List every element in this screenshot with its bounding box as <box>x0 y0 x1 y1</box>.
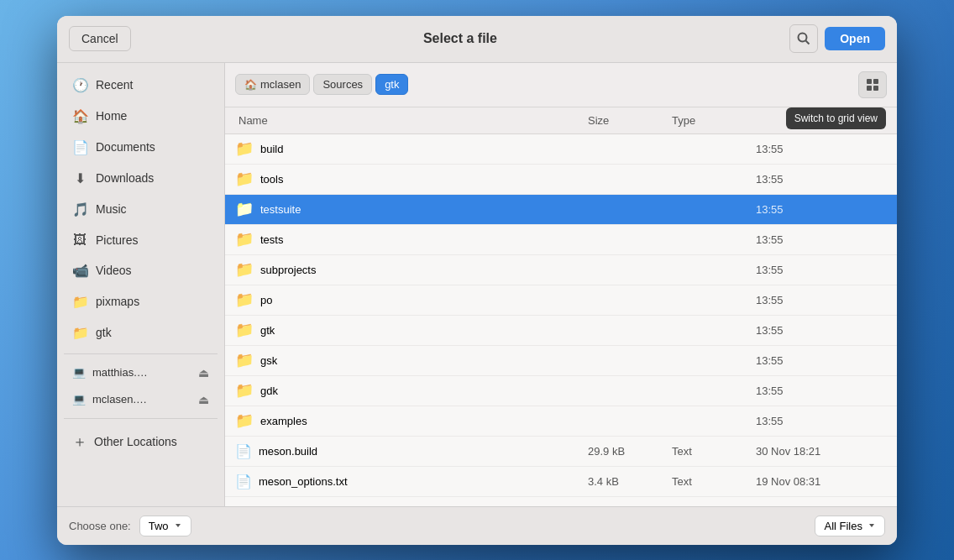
file-modified: 13:55 <box>752 354 887 367</box>
file-name-cell: 📁examples <box>235 411 584 430</box>
sidebar: 🕐 Recent 🏠 Home 📄 Documents ⬇ Downloads … <box>57 63 225 506</box>
folder-icon: 📁 <box>235 381 254 400</box>
drive-mclasen-label: mclasen.… <box>92 393 147 406</box>
gtk-icon: 📁 <box>72 325 87 341</box>
svg-rect-3 <box>873 79 878 84</box>
bottom-bar: Choose one: Two All Files <box>57 506 897 545</box>
choose-label: Choose one: <box>69 520 131 532</box>
dropdown-value: Two <box>149 520 169 532</box>
file-modified: 13:55 <box>752 203 887 216</box>
col-name: Name <box>235 111 584 130</box>
col-type: Type <box>668 111 752 130</box>
eject-matthias-icon[interactable]: ⏏ <box>198 366 209 379</box>
breadcrumb-mclasen-label: mclasen <box>260 78 301 91</box>
file-name-cell: 📄meson.build <box>235 443 584 459</box>
file-list: 📁build13:55📁tools13:55📁testsuite13:55📁te… <box>225 134 897 506</box>
file-name-cell: 📁gdk <box>235 381 584 400</box>
sidebar-item-recent[interactable]: 🕐 Recent <box>60 71 221 100</box>
sidebar-drive-mclasen[interactable]: 💻 mclasen.… ⏏ <box>60 387 221 412</box>
breadcrumb-sources[interactable]: Sources <box>313 74 372 95</box>
file-modified: 13:55 <box>752 294 887 306</box>
downloads-icon: ⬇ <box>72 170 87 186</box>
file-icon: 📄 <box>235 474 252 489</box>
other-locations-icon: ＋ <box>72 432 87 452</box>
table-row[interactable]: 📁gsk13:55 <box>225 346 897 376</box>
table-row[interactable]: 📁tests13:55 <box>225 225 897 255</box>
file-name-cell: 📁tools <box>235 170 584 188</box>
table-row[interactable]: 📁gdk13:55 <box>225 376 897 406</box>
sidebar-item-gtk[interactable]: 📁 gtk <box>60 318 221 348</box>
svg-rect-2 <box>867 79 872 84</box>
table-row[interactable]: 📁testsuite13:55 <box>225 195 897 225</box>
documents-icon: 📄 <box>72 139 87 155</box>
sidebar-label-gtk: gtk <box>96 326 112 339</box>
recent-icon: 🕐 <box>72 77 87 93</box>
file-name: gsk <box>260 354 277 367</box>
file-name: meson.build <box>259 445 317 458</box>
table-row[interactable]: 📁build13:55 <box>225 134 897 165</box>
cancel-button[interactable]: Cancel <box>69 26 131 51</box>
folder-icon: 📁 <box>235 200 254 218</box>
filter-dropdown[interactable]: All Files <box>815 516 885 536</box>
sidebar-divider-2 <box>64 418 218 419</box>
table-row[interactable]: 📄meson_options.txt3.4 kBText19 Nov 08:31 <box>225 467 897 497</box>
column-headers: Name Size Type <box>225 107 897 134</box>
folder-icon: 📁 <box>235 321 254 339</box>
music-icon: 🎵 <box>72 201 87 217</box>
open-button[interactable]: Open <box>825 27 885 50</box>
titlebar-actions: Open <box>789 24 885 53</box>
table-row[interactable]: 📁gtk13:55 <box>225 316 897 346</box>
file-modified: 13:55 <box>752 264 887 276</box>
other-locations-item[interactable]: ＋ Other Locations <box>60 425 221 458</box>
file-size: 29.9 kB <box>584 445 668 458</box>
folder-icon: 📁 <box>235 351 254 369</box>
sidebar-label-recent: Recent <box>96 78 133 92</box>
folder-icon: 📁 <box>235 139 254 158</box>
eject-mclasen-icon[interactable]: ⏏ <box>198 393 209 406</box>
sidebar-item-home[interactable]: 🏠 Home <box>60 102 221 131</box>
sidebar-item-documents[interactable]: 📄 Documents <box>60 133 221 162</box>
sidebar-item-downloads[interactable]: ⬇ Downloads <box>60 164 221 193</box>
sidebar-label-home: Home <box>96 109 127 123</box>
sidebar-item-music[interactable]: 🎵 Music <box>60 195 221 224</box>
file-name-cell: 📁gsk <box>235 351 584 369</box>
filter-value: All Files <box>824 520 862 532</box>
file-name-cell: 📁gtk <box>235 321 584 339</box>
file-area: 🏠 mclasen Sources gtk Switch to <box>225 63 897 506</box>
folder-icon: 📁 <box>235 411 254 430</box>
home-breadcrumb-icon: 🏠 <box>244 79 257 91</box>
sidebar-item-pictures[interactable]: 🖼 Pictures <box>60 226 221 254</box>
sidebar-item-videos[interactable]: 📹 Videos <box>60 256 221 285</box>
grid-view-button[interactable]: Switch to grid view <box>858 71 887 98</box>
breadcrumb-gtk-label: gtk <box>385 78 399 91</box>
table-row[interactable]: 📁subprojects13:55 <box>225 255 897 285</box>
choose-dropdown[interactable]: Two <box>139 516 191 536</box>
folder-icon: 📁 <box>235 260 254 279</box>
file-modified: 19 Nov 08:31 <box>752 475 887 488</box>
table-row[interactable]: 📁tools13:55 <box>225 165 897 195</box>
svg-point-0 <box>799 34 807 42</box>
dialog-title: Select a file <box>423 31 497 46</box>
breadcrumb-gtk[interactable]: gtk <box>375 74 408 95</box>
file-name: gtk <box>260 324 275 337</box>
file-type: Text <box>668 445 752 458</box>
table-row[interactable]: 📁examples13:55 <box>225 406 897 437</box>
sidebar-label-pixmaps: pixmaps <box>96 295 139 308</box>
search-button[interactable] <box>789 24 818 53</box>
file-size: 3.4 kB <box>584 475 668 488</box>
file-name-cell: 📁build <box>235 139 584 158</box>
file-name: gdk <box>260 385 278 397</box>
titlebar: Cancel Select a file Open <box>57 16 897 63</box>
sidebar-label-downloads: Downloads <box>96 171 154 185</box>
table-row[interactable]: 📄meson.build29.9 kBText30 Nov 18:21 <box>225 437 897 467</box>
table-row[interactable]: 📁po13:55 <box>225 285 897 316</box>
file-name: tests <box>260 233 283 246</box>
breadcrumb-mclasen[interactable]: 🏠 mclasen <box>235 74 310 95</box>
file-name: examples <box>260 415 307 427</box>
breadcrumb-sources-label: Sources <box>322 78 363 91</box>
sidebar-item-pixmaps[interactable]: 📁 pixmaps <box>60 287 221 317</box>
other-locations-label: Other Locations <box>94 435 177 448</box>
file-modified: 13:55 <box>752 173 887 186</box>
drive-matthias-left: 💻 matthias.… <box>72 366 148 379</box>
sidebar-drive-matthias[interactable]: 💻 matthias.… ⏏ <box>60 360 221 385</box>
